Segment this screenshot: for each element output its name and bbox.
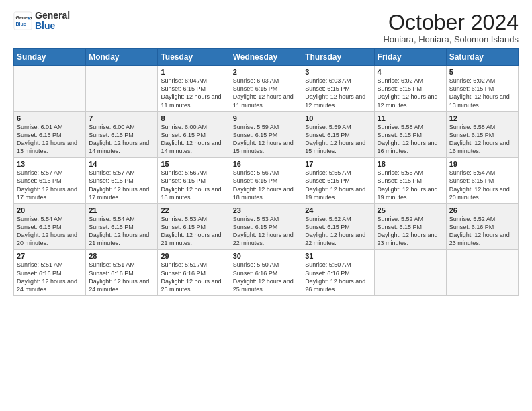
calendar-cell: 31Sunrise: 5:50 AMSunset: 6:16 PMDayligh…	[302, 250, 374, 296]
day-number: 17	[305, 160, 371, 168]
calendar-cell: 17Sunrise: 5:55 AMSunset: 6:15 PMDayligh…	[302, 158, 374, 204]
day-number: 11	[378, 114, 443, 122]
day-info: Sunrise: 5:51 AMSunset: 6:16 PMDaylight:…	[17, 261, 83, 293]
day-info: Sunrise: 5:54 AMSunset: 6:15 PMDaylight:…	[449, 169, 515, 201]
day-info: Sunrise: 5:55 AMSunset: 6:15 PMDaylight:…	[378, 169, 443, 201]
calendar-cell: 15Sunrise: 5:56 AMSunset: 6:15 PMDayligh…	[158, 158, 230, 204]
day-number: 16	[233, 160, 300, 168]
day-number: 8	[161, 114, 226, 122]
day-info: Sunrise: 5:58 AMSunset: 6:15 PMDaylight:…	[449, 123, 515, 156]
day-number: 22	[161, 206, 226, 214]
day-info: Sunrise: 5:52 AMSunset: 6:16 PMDaylight:…	[449, 215, 515, 248]
calendar-cell	[86, 66, 158, 112]
day-number: 20	[17, 206, 83, 214]
day-info: Sunrise: 5:54 AMSunset: 6:15 PMDaylight:…	[89, 215, 154, 248]
day-number: 29	[161, 252, 226, 260]
day-number: 23	[233, 206, 300, 214]
calendar-cell: 7Sunrise: 6:00 AMSunset: 6:15 PMDaylight…	[86, 111, 158, 158]
logo-general-text: General	[35, 11, 70, 21]
day-info: Sunrise: 6:01 AMSunset: 6:15 PMDaylight:…	[17, 123, 83, 156]
day-info: Sunrise: 5:53 AMSunset: 6:15 PMDaylight:…	[161, 215, 226, 248]
day-number: 27	[17, 252, 83, 260]
day-info: Sunrise: 6:04 AMSunset: 6:15 PMDaylight:…	[161, 77, 226, 109]
calendar-cell: 19Sunrise: 5:54 AMSunset: 6:15 PMDayligh…	[446, 158, 518, 204]
day-info: Sunrise: 5:59 AMSunset: 6:15 PMDaylight:…	[305, 123, 371, 156]
location-subtitle: Honiara, Honiara, Solomon Islands	[383, 34, 519, 44]
day-number: 14	[89, 160, 154, 168]
day-info: Sunrise: 5:54 AMSunset: 6:15 PMDaylight:…	[17, 215, 83, 248]
svg-rect-0	[14, 12, 32, 30]
col-saturday: Saturday	[446, 49, 518, 66]
day-info: Sunrise: 6:02 AMSunset: 6:15 PMDaylight:…	[378, 77, 443, 109]
day-info: Sunrise: 6:02 AMSunset: 6:15 PMDaylight:…	[449, 77, 515, 109]
day-info: Sunrise: 6:03 AMSunset: 6:15 PMDaylight:…	[305, 77, 371, 109]
calendar-cell: 18Sunrise: 5:55 AMSunset: 6:15 PMDayligh…	[374, 158, 446, 204]
calendar-cell: 11Sunrise: 5:58 AMSunset: 6:15 PMDayligh…	[374, 111, 446, 158]
header: General Blue General Blue October 2024 H…	[13, 11, 519, 44]
page: General Blue General Blue October 2024 H…	[0, 0, 532, 303]
calendar-week-5: 27Sunrise: 5:51 AMSunset: 6:16 PMDayligh…	[14, 250, 519, 296]
title-section: October 2024 Honiara, Honiara, Solomon I…	[383, 11, 519, 44]
calendar-cell: 8Sunrise: 6:00 AMSunset: 6:15 PMDaylight…	[158, 111, 230, 158]
calendar-cell: 14Sunrise: 5:57 AMSunset: 6:15 PMDayligh…	[86, 158, 158, 204]
calendar-cell: 12Sunrise: 5:58 AMSunset: 6:15 PMDayligh…	[446, 111, 518, 158]
day-info: Sunrise: 5:56 AMSunset: 6:15 PMDaylight:…	[233, 169, 300, 201]
day-number: 9	[233, 114, 300, 122]
day-info: Sunrise: 5:58 AMSunset: 6:15 PMDaylight:…	[378, 123, 443, 156]
calendar-cell: 20Sunrise: 5:54 AMSunset: 6:15 PMDayligh…	[14, 203, 86, 250]
day-number: 4	[378, 68, 443, 76]
day-info: Sunrise: 5:57 AMSunset: 6:15 PMDaylight:…	[89, 169, 154, 201]
calendar-cell: 16Sunrise: 5:56 AMSunset: 6:15 PMDayligh…	[230, 158, 302, 204]
day-number: 30	[233, 252, 300, 260]
col-tuesday: Tuesday	[158, 49, 230, 66]
day-number: 1	[161, 68, 226, 76]
calendar-cell: 13Sunrise: 5:57 AMSunset: 6:15 PMDayligh…	[14, 158, 86, 204]
day-number: 28	[89, 252, 154, 260]
calendar-cell: 2Sunrise: 6:03 AMSunset: 6:15 PMDaylight…	[230, 66, 302, 112]
col-thursday: Thursday	[302, 49, 374, 66]
day-info: Sunrise: 5:52 AMSunset: 6:15 PMDaylight:…	[305, 215, 371, 248]
calendar-week-4: 20Sunrise: 5:54 AMSunset: 6:15 PMDayligh…	[14, 203, 519, 250]
day-info: Sunrise: 6:00 AMSunset: 6:15 PMDaylight:…	[89, 123, 154, 156]
day-number: 24	[305, 206, 371, 214]
day-number: 3	[305, 68, 371, 76]
calendar-cell: 28Sunrise: 5:51 AMSunset: 6:16 PMDayligh…	[86, 250, 158, 296]
day-number: 5	[449, 68, 515, 76]
svg-text:Blue: Blue	[16, 21, 26, 26]
day-info: Sunrise: 5:51 AMSunset: 6:16 PMDaylight:…	[89, 261, 154, 293]
day-info: Sunrise: 5:53 AMSunset: 6:15 PMDaylight:…	[233, 215, 300, 248]
day-info: Sunrise: 6:03 AMSunset: 6:15 PMDaylight:…	[233, 77, 300, 109]
calendar-cell: 22Sunrise: 5:53 AMSunset: 6:15 PMDayligh…	[158, 203, 230, 250]
day-number: 25	[378, 206, 443, 214]
calendar-cell: 3Sunrise: 6:03 AMSunset: 6:15 PMDaylight…	[302, 66, 374, 112]
calendar-cell: 9Sunrise: 5:59 AMSunset: 6:15 PMDaylight…	[230, 111, 302, 158]
calendar-cell: 1Sunrise: 6:04 AMSunset: 6:15 PMDaylight…	[158, 66, 230, 112]
calendar-cell	[374, 250, 446, 296]
logo: General Blue General Blue	[13, 11, 70, 32]
day-number: 13	[17, 160, 83, 168]
calendar-cell: 6Sunrise: 6:01 AMSunset: 6:15 PMDaylight…	[14, 111, 86, 158]
col-wednesday: Wednesday	[230, 49, 302, 66]
calendar-week-1: 1Sunrise: 6:04 AMSunset: 6:15 PMDaylight…	[14, 66, 519, 112]
calendar-cell: 10Sunrise: 5:59 AMSunset: 6:15 PMDayligh…	[302, 111, 374, 158]
calendar-cell: 4Sunrise: 6:02 AMSunset: 6:15 PMDaylight…	[374, 66, 446, 112]
day-info: Sunrise: 5:57 AMSunset: 6:15 PMDaylight:…	[17, 169, 83, 201]
day-number: 19	[449, 160, 515, 168]
day-info: Sunrise: 6:00 AMSunset: 6:15 PMDaylight:…	[161, 123, 226, 156]
day-number: 26	[449, 206, 515, 214]
day-info: Sunrise: 5:55 AMSunset: 6:15 PMDaylight:…	[305, 169, 371, 201]
header-row: Sunday Monday Tuesday Wednesday Thursday…	[14, 49, 519, 66]
calendar-cell: 25Sunrise: 5:52 AMSunset: 6:15 PMDayligh…	[374, 203, 446, 250]
logo-icon: General Blue	[13, 11, 32, 30]
day-number: 12	[449, 114, 515, 122]
logo-text: General Blue	[35, 11, 70, 32]
day-info: Sunrise: 5:59 AMSunset: 6:15 PMDaylight:…	[233, 123, 300, 156]
calendar-cell: 27Sunrise: 5:51 AMSunset: 6:16 PMDayligh…	[14, 250, 86, 296]
calendar-cell	[446, 250, 518, 296]
day-number: 2	[233, 68, 300, 76]
calendar-week-3: 13Sunrise: 5:57 AMSunset: 6:15 PMDayligh…	[14, 158, 519, 204]
calendar-cell: 26Sunrise: 5:52 AMSunset: 6:16 PMDayligh…	[446, 203, 518, 250]
calendar-table: Sunday Monday Tuesday Wednesday Thursday…	[13, 48, 519, 296]
calendar-cell: 30Sunrise: 5:50 AMSunset: 6:16 PMDayligh…	[230, 250, 302, 296]
day-number: 18	[378, 160, 443, 168]
